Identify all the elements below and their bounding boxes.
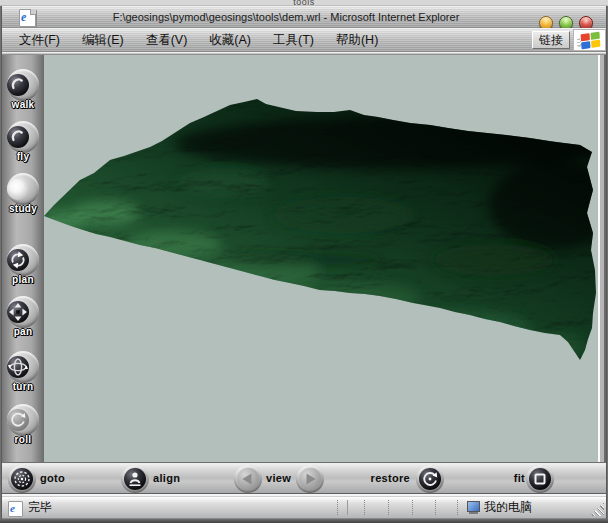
viewport-right-border	[598, 55, 606, 462]
menu-items: 文件(F) 编辑(E) 查看(V) 收藏(A) 工具(T) 帮助(H)	[8, 28, 389, 52]
next-view-icon	[299, 468, 321, 490]
status-bar: e 完毕 我的电脑	[2, 497, 606, 519]
screenshot-root: { "top_strip": { "label": "tools" }, "wi…	[0, 0, 608, 523]
windows-logo-panel	[573, 29, 606, 51]
restore-label: restore	[332, 463, 410, 494]
turn-label: turn	[2, 381, 44, 392]
goto-button[interactable]	[8, 465, 36, 493]
security-zone-text: 我的电脑	[484, 497, 532, 519]
plan-label: plan	[2, 274, 44, 285]
menu-bar: 文件(F) 编辑(E) 查看(V) 收藏(A) 工具(T) 帮助(H) 链接	[2, 28, 606, 52]
title-bar[interactable]: e F:\geosings\pymod\geosings\tools\dem.w…	[2, 6, 606, 28]
menu-file[interactable]: 文件(F)	[8, 28, 71, 52]
previous-view-icon	[237, 468, 259, 490]
window-title: F:\geosings\pymod\geosings\tools\dem.wrl…	[46, 6, 526, 28]
fly-label: fly	[2, 151, 44, 162]
window-border-bottom	[0, 519, 608, 523]
align-button[interactable]	[121, 465, 149, 493]
resize-grip[interactable]	[590, 502, 604, 516]
menu-view[interactable]: 查看(V)	[135, 28, 199, 52]
walk-label: walk	[2, 99, 44, 110]
align-icon	[124, 468, 146, 490]
roll-icon	[7, 409, 29, 431]
pan-icon	[7, 301, 29, 323]
next-view-button[interactable]	[296, 465, 324, 493]
restore-button[interactable]	[416, 465, 444, 493]
status-text: 完毕	[28, 497, 52, 519]
fit-icon	[529, 468, 551, 490]
goto-label: goto	[40, 463, 65, 494]
links-button[interactable]: 链接	[532, 31, 570, 49]
vrml-bottom-toolbar: goto align view restore fit	[2, 462, 606, 493]
roll-label: roll	[2, 434, 44, 445]
windows-flag-icon	[581, 32, 601, 50]
menu-edit[interactable]: 编辑(E)	[71, 28, 135, 52]
ie-page-icon: e	[8, 501, 23, 517]
vrml-3d-viewport[interactable]	[44, 55, 598, 462]
goto-icon	[11, 468, 33, 490]
previous-view-button[interactable]	[234, 465, 262, 493]
plan-icon	[7, 249, 29, 271]
view-label: view	[266, 463, 291, 494]
ie-document-icon: e	[19, 9, 36, 27]
study-icon	[7, 178, 29, 200]
restore-icon	[419, 468, 441, 490]
vrml-nav-toolbar: walk fly study plan	[2, 55, 44, 462]
study-label: study	[2, 203, 44, 214]
menu-tools[interactable]: 工具(T)	[262, 28, 325, 52]
my-computer-icon	[466, 501, 480, 514]
fly-icon	[7, 126, 29, 148]
menu-favorites[interactable]: 收藏(A)	[198, 28, 262, 52]
walk-icon	[7, 74, 29, 96]
fit-label: fit	[501, 463, 525, 494]
fit-button[interactable]	[526, 465, 554, 493]
turn-icon	[7, 356, 29, 378]
terrain-scene	[44, 55, 598, 462]
align-label: align	[153, 463, 180, 494]
pan-label: pan	[2, 326, 44, 337]
menu-help[interactable]: 帮助(H)	[325, 28, 389, 52]
